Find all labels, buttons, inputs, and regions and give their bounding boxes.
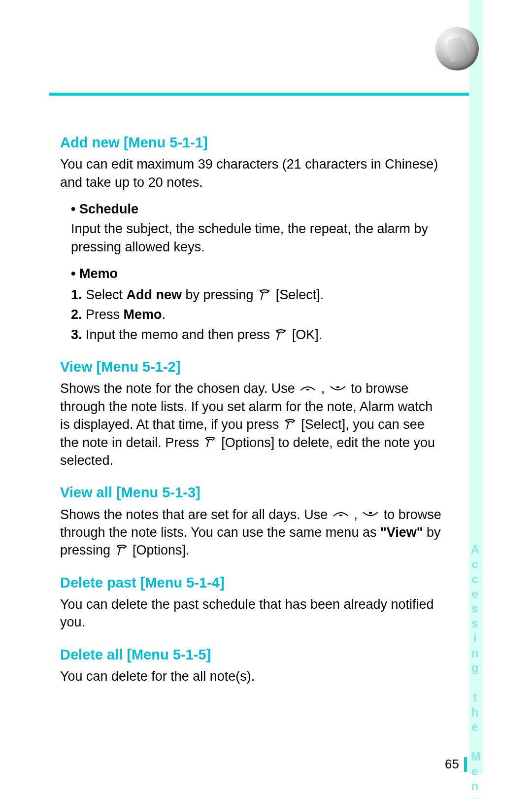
chapter-emblem-icon — [435, 27, 479, 70]
heading-view-all: View all [Menu 5-1-3] — [60, 483, 444, 502]
heading-add-new: Add new [Menu 5-1-1] — [60, 133, 444, 152]
memo-step-1: Select Add new by pressing [Select]. — [86, 286, 444, 304]
nav-up-icon — [332, 510, 349, 518]
memo-step1-bold: Add new — [127, 287, 182, 302]
memo-step2-text-c: . — [162, 307, 166, 322]
view-all-text-b: , — [350, 507, 362, 522]
svg-rect-1 — [336, 386, 339, 388]
svg-rect-3 — [369, 512, 372, 514]
view-all-text-f: [Options]. — [129, 543, 190, 557]
side-accent-stripe — [469, 0, 483, 774]
memo-step2-text-a: Press — [86, 307, 124, 322]
memo-step3-text-b: [OK]. — [288, 327, 322, 342]
memo-step2-bold: Memo — [124, 307, 162, 322]
view-all-text-a: Shows the notes that are set for all day… — [60, 507, 332, 522]
heading-view: View [Menu 5-1-2] — [60, 357, 444, 377]
memo-step1-text-c: by pressing — [182, 287, 257, 302]
schedule-heading: • Schedule — [71, 200, 444, 218]
page-number: 65 — [445, 757, 467, 772]
delete-all-body: You can delete for the all note(s). — [60, 667, 444, 685]
add-new-intro: You can edit maximum 39 characters (21 c… — [60, 155, 444, 191]
memo-step1-text-a: Select — [86, 287, 127, 302]
left-softkey-icon — [274, 329, 287, 341]
memo-step3-text-a: Input the memo and then press — [86, 327, 273, 342]
view-text-b: , — [317, 381, 329, 396]
left-softkey-icon — [115, 544, 128, 556]
left-softkey-icon — [258, 289, 271, 301]
delete-past-body: You can delete the past schedule that ha… — [60, 595, 444, 631]
memo-step-3: Input the memo and then press [OK]. — [86, 326, 444, 344]
schedule-body: Input the subject, the schedule time, th… — [71, 220, 444, 256]
page-number-bar — [464, 757, 467, 772]
memo-step1-text-d: [Select]. — [272, 287, 324, 302]
page-number-text: 65 — [445, 757, 459, 772]
heading-delete-all: Delete all [Menu 5-1-5] — [60, 645, 444, 664]
view-body: Shows the note for the chosen day. Use ,… — [60, 380, 444, 469]
view-all-body: Shows the notes that are set for all day… — [60, 506, 444, 559]
left-softkey-icon — [284, 418, 297, 430]
svg-rect-0 — [306, 389, 309, 390]
page-content: Add new [Menu 5-1-1] You can edit maximu… — [60, 133, 444, 689]
heading-delete-past: Delete past [Menu 5-1-4] — [60, 573, 444, 592]
nav-down-icon — [330, 384, 346, 392]
view-text-a: Shows the note for the chosen day. Use — [60, 381, 299, 396]
manual-page: Add new [Menu 5-1-1] You can edit maximu… — [0, 0, 532, 799]
nav-up-icon — [299, 384, 316, 392]
svg-rect-2 — [339, 515, 342, 516]
memo-step-2: Press Memo. — [86, 306, 444, 323]
memo-heading: • Memo — [71, 265, 444, 282]
view-all-bold: "View" — [380, 525, 423, 540]
header-rule — [49, 93, 469, 96]
memo-steps: Select Add new by pressing [Select]. Pre… — [71, 286, 444, 344]
left-softkey-icon — [204, 436, 217, 448]
nav-down-icon — [362, 510, 379, 518]
